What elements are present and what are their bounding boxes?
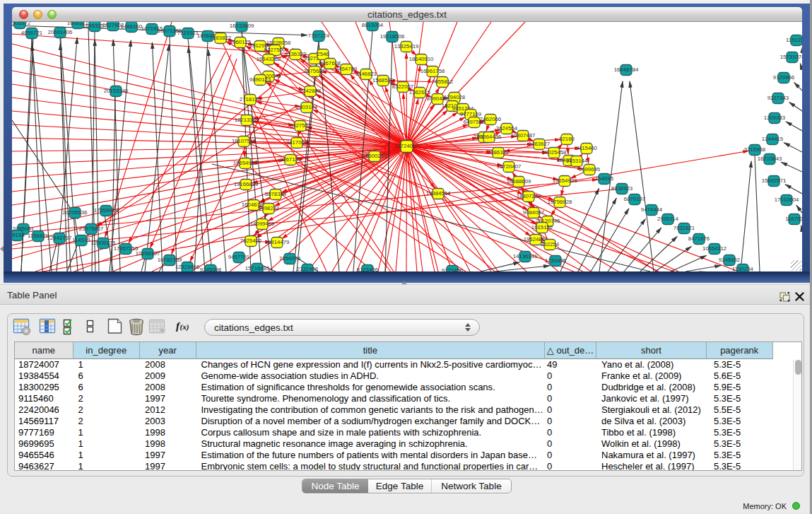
svg-text:8123456: 8123456 [357, 267, 378, 272]
svg-text:16210643: 16210643 [758, 156, 782, 162]
svg-text:15716485: 15716485 [245, 265, 270, 271]
svg-text:8813054: 8813054 [362, 22, 384, 28]
svg-text:252254: 252254 [541, 241, 560, 247]
svg-text:9327500: 9327500 [264, 47, 286, 53]
svg-text:2718176: 2718176 [240, 96, 261, 103]
svg-text:2546: 2546 [317, 51, 329, 57]
svg-text:16033809: 16033809 [230, 23, 254, 29]
svg-text:5498222: 5498222 [258, 205, 279, 211]
svg-text:3624554: 3624554 [496, 125, 518, 132]
svg-text:9890123: 9890123 [249, 76, 271, 83]
svg-text:10688609: 10688609 [507, 178, 531, 185]
svg-text:7386322: 7386322 [488, 149, 509, 156]
svg-text:12213369: 12213369 [235, 117, 259, 123]
svg-text:19384554: 19384554 [426, 190, 451, 197]
svg-text:16782759: 16782759 [158, 257, 182, 263]
svg-text:18724007: 18724007 [394, 143, 419, 149]
svg-text:9084067: 9084067 [523, 209, 544, 216]
svg-text:7955812: 7955812 [432, 78, 453, 85]
svg-text:15300213: 15300213 [363, 153, 387, 159]
svg-text:9129966: 9129966 [773, 74, 794, 81]
svg-text:1244415: 1244415 [762, 136, 784, 142]
svg-text:8938923: 8938923 [611, 185, 632, 192]
svg-text:2803144: 2803144 [296, 104, 318, 110]
svg-text:8136323: 8136323 [285, 51, 306, 57]
svg-text:19654933: 19654933 [233, 160, 258, 166]
svg-text:15751074: 15751074 [780, 54, 802, 60]
svg-text:9453144: 9453144 [566, 158, 588, 164]
svg-text:9245652: 9245652 [719, 257, 740, 263]
svg-text:9417006: 9417006 [286, 139, 307, 146]
svg-text:1733426: 1733426 [545, 257, 566, 264]
svg-text:19218506: 19218506 [380, 33, 405, 40]
svg-text:164095: 164095 [595, 175, 614, 182]
svg-text:9123456: 9123456 [442, 267, 463, 272]
svg-text:6879197: 6879197 [624, 196, 645, 202]
svg-text:20153346: 20153346 [104, 88, 129, 94]
svg-text:6466160: 6466160 [121, 23, 143, 30]
svg-text:1156829: 1156829 [28, 233, 49, 239]
svg-text:1615152: 1615152 [531, 224, 553, 230]
svg-text:9146821: 9146821 [355, 71, 377, 77]
svg-text:16648784: 16648784 [614, 66, 639, 73]
svg-text:(x): (x) [180, 322, 189, 332]
svg-text:3875685: 3875685 [304, 68, 326, 74]
svg-text:1190234: 1190234 [732, 266, 753, 272]
svg-text:7462066: 7462066 [480, 116, 501, 122]
svg-text:10958107: 10958107 [136, 250, 160, 257]
svg-text:6794028: 6794028 [444, 94, 465, 100]
svg-text:7163822: 7163822 [210, 35, 231, 41]
svg-text:7632621: 7632621 [673, 225, 695, 231]
svg-text:12323466: 12323466 [175, 264, 200, 270]
svg-text:14099489: 14099489 [250, 221, 275, 227]
svg-text:2132456: 2132456 [297, 266, 318, 272]
svg-text:20206536: 20206536 [63, 209, 88, 216]
svg-text:9245098: 9245098 [200, 267, 221, 272]
svg-text:16107552: 16107552 [232, 138, 257, 144]
svg-text:10654112: 10654112 [702, 245, 726, 252]
svg-text:4055721: 4055721 [21, 30, 42, 36]
svg-text:13325419: 13325419 [394, 43, 419, 49]
svg-text:7254098: 7254098 [279, 255, 300, 262]
svg-text:9242848: 9242848 [300, 88, 321, 94]
svg-text:9463627: 9463627 [529, 141, 550, 147]
svg-text:1588520: 1588520 [372, 77, 394, 83]
svg-text:8427552: 8427552 [290, 122, 311, 129]
svg-text:114519: 114519 [72, 237, 90, 243]
svg-text:12942737: 12942737 [47, 235, 72, 241]
svg-text:18640910: 18640910 [409, 56, 434, 62]
svg-text:9474444: 9474444 [641, 206, 663, 213]
svg-text:1209383: 1209383 [764, 115, 785, 121]
svg-text:62160: 62160 [559, 136, 575, 142]
svg-text:12505135: 12505135 [91, 240, 116, 246]
svg-text:1362615: 1362615 [409, 89, 431, 95]
svg-text:7515521: 7515521 [177, 30, 199, 36]
svg-text:9699695: 9699695 [579, 166, 601, 173]
svg-text:10807487: 10807487 [511, 132, 536, 139]
svg-text:16543362: 16543362 [257, 56, 281, 62]
svg-text:9777169: 9777169 [460, 111, 481, 117]
svg-text:5878334: 5878334 [265, 191, 287, 197]
svg-text:9227343: 9227343 [767, 95, 789, 101]
svg-text:18807249: 18807249 [517, 193, 541, 199]
svg-text:1151234: 1151234 [786, 37, 802, 43]
svg-text:19166829: 19166829 [234, 181, 259, 187]
svg-text:15692971: 15692971 [762, 177, 787, 184]
svg-text:23975867: 23975867 [79, 226, 104, 232]
svg-text:7625402: 7625402 [240, 238, 261, 244]
svg-text:17359924: 17359924 [94, 207, 119, 214]
svg-text:39154: 39154 [12, 232, 25, 238]
svg-text:17010504: 17010504 [775, 197, 799, 203]
svg-text:2935114: 2935114 [657, 216, 678, 222]
svg-text:9457791: 9457791 [228, 254, 249, 260]
svg-text:19756928: 19756928 [548, 199, 572, 205]
svg-text:7357224: 7357224 [308, 33, 330, 39]
svg-text:3215958: 3215958 [744, 146, 765, 153]
svg-text:20364456: 20364456 [477, 134, 502, 140]
svg-text:19654923: 19654923 [553, 177, 577, 184]
svg-text:116753: 116753 [785, 216, 802, 222]
svg-text:20691406: 20691406 [48, 29, 73, 35]
svg-text:14136141: 14136141 [513, 253, 538, 259]
svg-text:15720407: 15720407 [497, 163, 522, 170]
svg-text:16961758: 16961758 [420, 68, 445, 74]
